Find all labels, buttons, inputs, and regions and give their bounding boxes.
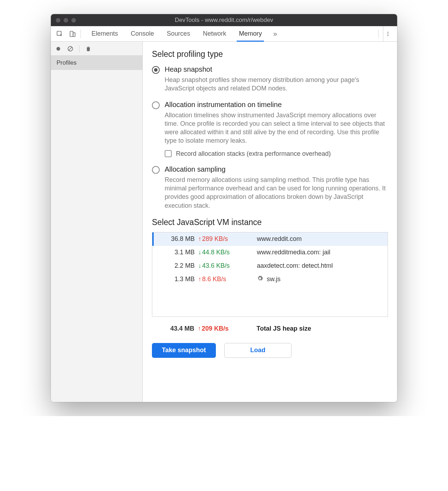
inspect-element-icon[interactable]	[56, 30, 64, 38]
device-toolbar-icon[interactable]	[69, 30, 76, 38]
sidebar-toolbar	[51, 42, 142, 56]
arrow-up-icon: ↑	[198, 325, 201, 332]
vm-rate-value: 43.6 KB/s	[202, 262, 230, 270]
heading-profiling-type: Select profiling type	[152, 49, 388, 59]
more-tabs-icon[interactable]: »	[268, 30, 282, 38]
total-row: 43.4 MB ↑ 209 KB/s Total JS heap size	[152, 321, 388, 337]
vm-instance-table: 36.8 MB↑289 KB/swww.reddit.com3.1 MB↓44.…	[152, 232, 388, 317]
vm-row[interactable]: 2.2 MB↓43.6 KB/saaxdetect.com: detect.ht…	[152, 259, 388, 273]
radio-allocation-sampling[interactable]	[152, 166, 160, 174]
vm-rate-value: 8.6 KB/s	[202, 276, 226, 283]
svg-line-8	[69, 47, 72, 51]
total-rate-value: 209 KB/s	[202, 325, 229, 332]
arrow-down-icon: ↓	[198, 249, 201, 256]
vm-row[interactable]: 1.3 MB↑8.6 KB/ssw.js	[152, 273, 388, 286]
option-title: Allocation instrumentation on timeline	[165, 101, 388, 109]
arrow-up-icon: ↑	[198, 235, 201, 243]
checkbox-record-stacks-row[interactable]: Record allocation stacks (extra performa…	[165, 150, 388, 158]
vm-rate-value: 44.8 KB/s	[202, 249, 230, 256]
arrow-down-icon: ↓	[198, 262, 201, 270]
tabbar: Elements Console Sources Network Memory …	[51, 26, 397, 42]
option-allocation-sampling[interactable]: Allocation sampling Record memory alloca…	[152, 165, 388, 210]
main-panel: Select profiling type Heap snapshot Heap…	[143, 42, 397, 402]
vm-name: www.redditmedia.com: jail	[248, 249, 388, 256]
total-rate: ↑ 209 KB/s	[198, 325, 247, 332]
record-icon[interactable]	[54, 46, 62, 52]
svg-point-3	[387, 32, 388, 33]
svg-rect-1	[70, 31, 73, 36]
devtools-window: DevTools - www.reddit.com/r/webdev Eleme…	[51, 14, 397, 402]
tab-memory[interactable]: Memory	[232, 26, 268, 41]
zoom-window-button[interactable]	[71, 18, 76, 23]
vm-rate: ↓44.8 KB/s	[198, 249, 248, 256]
arrow-up-icon: ↑	[198, 276, 201, 283]
vm-rate: ↑289 KB/s	[198, 235, 248, 243]
radio-allocation-timeline[interactable]	[152, 101, 160, 109]
vm-name: www.reddit.com	[248, 235, 388, 243]
close-window-button[interactable]	[56, 18, 60, 23]
svg-rect-2	[73, 32, 75, 36]
svg-point-5	[387, 35, 388, 36]
svg-point-6	[57, 47, 60, 51]
total-label: Total JS heap size	[247, 325, 388, 332]
window-title: DevTools - www.reddit.com/r/webdev	[51, 17, 397, 24]
body: Profiles Select profiling type Heap snap…	[51, 42, 397, 402]
tab-elements[interactable]: Elements	[85, 26, 124, 41]
gear-icon	[257, 275, 263, 283]
option-desc: Heap snapshot profiles show memory distr…	[165, 76, 388, 93]
vm-size: 2.2 MB	[152, 262, 198, 270]
checkbox-label: Record allocation stacks (extra performa…	[176, 150, 331, 158]
tab-network[interactable]: Network	[196, 26, 232, 41]
svg-point-4	[387, 33, 388, 34]
option-desc: Record memory allocations using sampling…	[165, 176, 388, 210]
minimize-window-button[interactable]	[64, 18, 68, 23]
option-allocation-timeline[interactable]: Allocation instrumentation on timeline A…	[152, 101, 388, 158]
vm-row[interactable]: 36.8 MB↑289 KB/swww.reddit.com	[152, 232, 388, 246]
option-desc: Allocation timelines show instrumented J…	[165, 111, 388, 145]
option-title: Allocation sampling	[165, 165, 388, 173]
clear-icon[interactable]	[66, 45, 74, 52]
vm-size: 36.8 MB	[152, 235, 198, 243]
total-size: 43.4 MB	[152, 325, 198, 332]
titlebar: DevTools - www.reddit.com/r/webdev	[51, 14, 397, 26]
checkbox-record-stacks[interactable]	[165, 150, 172, 157]
vm-rate: ↑8.6 KB/s	[198, 276, 248, 283]
button-row: Take snapshot Load	[152, 343, 388, 358]
radio-heap-snapshot[interactable]	[152, 66, 160, 74]
sidebar-item-profiles[interactable]: Profiles	[51, 56, 142, 70]
vm-rate-value: 289 KB/s	[202, 235, 228, 243]
vm-name: aaxdetect.com: detect.html	[248, 262, 388, 270]
delete-icon[interactable]	[84, 46, 92, 52]
traffic-lights	[56, 18, 76, 23]
take-snapshot-button[interactable]: Take snapshot	[152, 343, 216, 358]
vm-row[interactable]: 3.1 MB↓44.8 KB/swww.redditmedia.com: jai…	[152, 246, 388, 259]
vm-size: 1.3 MB	[152, 276, 198, 283]
vm-rate: ↓43.6 KB/s	[198, 262, 248, 270]
vm-size: 3.1 MB	[152, 249, 198, 256]
load-button[interactable]: Load	[224, 343, 291, 358]
tab-console[interactable]: Console	[124, 26, 160, 41]
settings-kebab-icon[interactable]	[383, 26, 392, 41]
option-title: Heap snapshot	[165, 65, 388, 73]
divider	[378, 30, 379, 38]
vm-name: sw.js	[248, 275, 388, 283]
option-heap-snapshot[interactable]: Heap snapshot Heap snapshot profiles sho…	[152, 65, 388, 93]
divider	[81, 30, 81, 38]
divider	[79, 45, 79, 52]
sidebar: Profiles	[51, 42, 143, 402]
tab-sources[interactable]: Sources	[160, 26, 196, 41]
heading-vm-instance: Select JavaScript VM instance	[152, 218, 388, 227]
